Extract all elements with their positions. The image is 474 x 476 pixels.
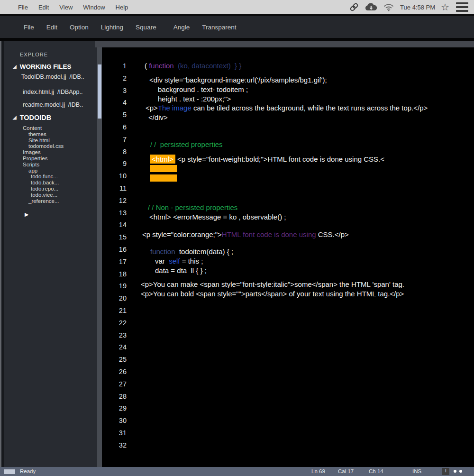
tree-item[interactable]: Scripts [23, 162, 39, 167]
toolbar-item-file[interactable]: File [24, 24, 34, 31]
toolbar-item-edit[interactable]: Edit [46, 24, 57, 31]
toolbar-item-transparent[interactable]: Transparent [202, 24, 236, 31]
code-segment: CSS.</p> [318, 230, 349, 238]
code-line: <p style="color:orange;">HTML font code … [142, 230, 349, 239]
expanded-triangle-icon: ◢ [13, 64, 17, 69]
sidebar-left-edge-inner [1, 41, 4, 467]
line-number: 5 [109, 111, 127, 119]
status-ch-indicator[interactable]: Ch 14 [369, 468, 383, 474]
line-number: 24 [109, 343, 127, 351]
code-line: </div> [148, 113, 168, 122]
code-line: <p>You can bold <span style="">parts</sp… [141, 290, 404, 298]
code-segment: <p>You can make <span style="font-style:… [141, 280, 404, 288]
code-line: background . text- todoitem ; [158, 85, 248, 94]
code-line: <p>The image can be tiled across the bac… [146, 104, 428, 112]
code-line: var self = this ; [155, 257, 203, 265]
tree-item[interactable]: themes [28, 131, 46, 137]
code-segment: = this ; [180, 257, 203, 265]
toolbar-item-angle[interactable]: Angle [173, 24, 190, 31]
tree-item[interactable]: Site.html [28, 137, 50, 143]
code-segment: / / Non - persisted properties [148, 203, 237, 211]
tree-item[interactable]: app [28, 168, 37, 174]
line-number: 13 [109, 209, 127, 217]
working-files-header[interactable]: ◢ WORKING FILES [13, 63, 71, 70]
sidebar-scrollbar-track[interactable] [97, 41, 102, 467]
wifi-icon[interactable] [383, 2, 394, 12]
working-file-item[interactable]: readme.model.jj /IDB.. [23, 101, 83, 108]
code-line: height . text - :200px;"> [158, 95, 231, 103]
line-number: 12 [109, 197, 127, 204]
tree-item[interactable]: todo.viee... [31, 192, 57, 198]
project-header[interactable]: ◢ TODOIDB [13, 114, 51, 121]
tree-item[interactable]: Content [23, 125, 42, 131]
code-segment: can be tiled across the background, whil… [191, 104, 428, 112]
status-line-indicator[interactable]: Ln 69 [311, 468, 325, 474]
tree-item[interactable]: _reference... [28, 198, 59, 204]
line-number: 28 [109, 393, 127, 400]
code-segment: <p style="color:orange;"> [142, 230, 222, 238]
os-menu-item-file[interactable]: File [18, 4, 28, 11]
working-file-item[interactable]: index.html.jj /IDBApp.. [23, 89, 82, 95]
line-number: 18 [109, 270, 127, 278]
code-segment: background . text- todoitem ; [158, 85, 248, 93]
status-dot-icon [459, 470, 462, 473]
tree-item[interactable]: todomodel.css [28, 143, 64, 149]
status-ready: Ready [20, 468, 36, 474]
tree-item[interactable]: todo.back... [31, 180, 59, 185]
collapsed-triangle-icon[interactable]: ▶ [25, 211, 28, 218]
tree-item[interactable]: todo.func... [31, 174, 58, 179]
code-segment: <div style="background-image:url('/pix/s… [149, 76, 327, 84]
alert-icon[interactable]: ! [442, 468, 449, 475]
toolbar-item-option[interactable]: Option [70, 24, 89, 31]
code-segment: function [149, 62, 174, 70]
highlight-bar [150, 165, 177, 172]
cloud-download-icon[interactable] [365, 2, 377, 12]
line-number: 2 [109, 74, 127, 82]
link-icon[interactable] [349, 2, 359, 12]
code-line: <p>You can make <span style="font-style:… [141, 280, 404, 289]
code-segment: <p> [146, 104, 158, 112]
app-window: FileEditViewWindowHelp [0, 0, 474, 476]
menubar-clock[interactable]: Tue 4:58 PM [400, 4, 435, 11]
sidebar-scrollbar-thumb[interactable] [98, 64, 101, 119]
code-segment: / / persisted properties [150, 140, 223, 148]
line-number: 23 [109, 331, 127, 339]
menu-icon[interactable] [455, 1, 469, 13]
line-number: 22 [109, 319, 127, 327]
line-number: 16 [109, 246, 127, 253]
os-menu-item-view[interactable]: View [59, 4, 73, 11]
star-icon[interactable]: ☆ [441, 2, 449, 12]
code-line: data = dta ll { } ; [155, 266, 207, 275]
editor-top-strip [95, 41, 474, 47]
status-insert-mode[interactable]: INS [412, 468, 421, 474]
line-number: 21 [109, 307, 127, 314]
os-menu-item-window[interactable]: Window [83, 4, 105, 11]
tree-item[interactable]: Properties [23, 156, 47, 161]
line-number: 6 [109, 123, 127, 131]
code-line: <html> <p style="font-weight:bold;">HTML… [150, 155, 384, 164]
line-number: 20 [109, 294, 127, 302]
os-menubar: FileEditViewWindowHelp [0, 0, 474, 14]
os-menu-item-edit[interactable]: Edit [38, 4, 49, 11]
code-segment: </div> [148, 113, 168, 121]
code-segment: self [169, 257, 180, 265]
os-menu-items: FileEditViewWindowHelp [0, 4, 128, 11]
toolbar-item-square[interactable]: Square [136, 24, 156, 31]
tree-item[interactable]: Images [23, 149, 41, 155]
line-number: 25 [109, 356, 127, 363]
os-menu-item-help[interactable]: Help [116, 4, 128, 11]
line-number: 9 [109, 160, 127, 167]
code-segment: data = dta ll { } ; [155, 266, 207, 275]
tree-item[interactable]: todo.repo... [31, 186, 58, 192]
code-line: / / Non - persisted properties [148, 203, 237, 212]
highlighted-token: <html> [150, 155, 175, 164]
code-segment: var [155, 257, 169, 265]
line-number: 11 [109, 184, 127, 192]
working-file-item[interactable]: TodoIDB.model.jj /IDB.. [21, 73, 84, 80]
code-editor[interactable]: 1234567891011121314151617181920212223242… [102, 47, 474, 467]
status-col-indicator[interactable]: Cal 17 [338, 468, 354, 474]
code-segment: (ko, datacontext) } } [174, 62, 242, 70]
code-segment: height . text - :200px;"> [158, 95, 231, 103]
code-line: <html> <errorMessage = ko , observable()… [149, 213, 286, 221]
toolbar-item-lighting[interactable]: Lighting [101, 24, 123, 31]
